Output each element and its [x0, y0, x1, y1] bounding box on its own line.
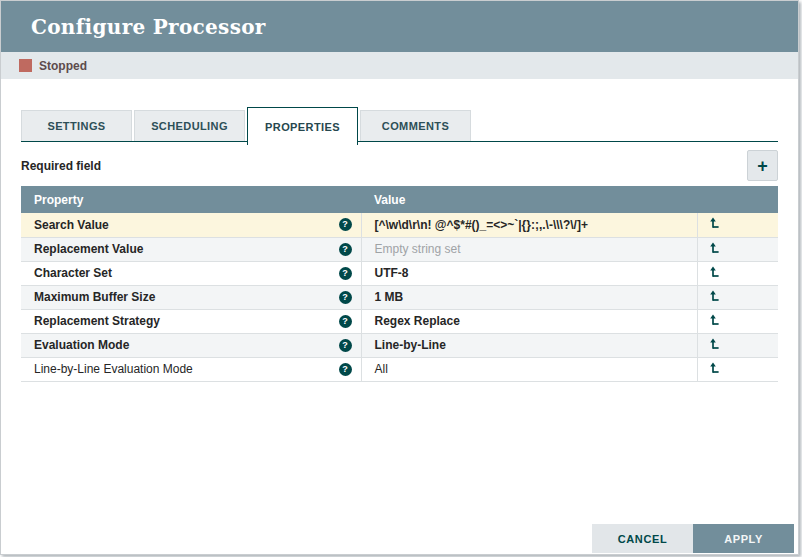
goto-cell — [697, 237, 778, 261]
tab-properties[interactable]: PROPERTIES — [247, 107, 358, 145]
property-value-cell[interactable]: Empty string set — [361, 237, 697, 261]
column-header-property: Property — [21, 186, 361, 213]
properties-table-body: Search Value?[^\w\d\r\n! @^$*#()_=<>~`|{… — [21, 213, 778, 381]
dialog-content: SETTINGS SCHEDULING PROPERTIES COMMENTS … — [1, 103, 798, 382]
tab-comments[interactable]: COMMENTS — [360, 110, 471, 141]
property-value-cell[interactable]: 1 MB — [361, 285, 697, 309]
table-row[interactable]: Evaluation Mode?Line-by-Line — [21, 333, 778, 357]
goto-cell — [697, 261, 778, 285]
add-property-button[interactable]: + — [747, 150, 778, 181]
property-name-cell: Replacement Value? — [21, 237, 361, 261]
property-value-text: Line-by-Line — [375, 338, 446, 352]
property-value-cell[interactable]: Line-by-Line — [361, 333, 697, 357]
property-name-cell: Maximum Buffer Size? — [21, 285, 361, 309]
property-name-cell: Character Set? — [21, 261, 361, 285]
property-name-label: Maximum Buffer Size — [34, 290, 155, 304]
column-header-value: Value — [361, 186, 697, 213]
property-name-label: Replacement Strategy — [34, 314, 160, 328]
property-value-text: [^\w\d\r\n! @^$*#()_=<>~`|{}:;,.\-\\\?\/… — [375, 218, 588, 232]
property-value-cell[interactable]: Regex Replace — [361, 309, 697, 333]
property-name-label: Line-by-Line Evaluation Mode — [34, 362, 193, 376]
goto-arrow-icon[interactable] — [710, 217, 721, 229]
help-icon[interactable]: ? — [339, 339, 352, 352]
properties-table: Property Value Search Value?[^\w\d\r\n! … — [21, 186, 778, 382]
table-row[interactable]: Maximum Buffer Size?1 MB — [21, 285, 778, 309]
property-name-cell: Replacement Strategy? — [21, 309, 361, 333]
dialog-header: Configure Processor — [1, 1, 798, 52]
stopped-status-icon — [19, 59, 32, 72]
property-name-label: Replacement Value — [34, 242, 143, 256]
tab-bar: SETTINGS SCHEDULING PROPERTIES COMMENTS — [21, 103, 778, 142]
table-row[interactable]: Replacement Value?Empty string set — [21, 237, 778, 261]
property-name-cell: Line-by-Line Evaluation Mode? — [21, 357, 361, 381]
properties-toolbar: Required field + — [21, 149, 778, 182]
property-name-label: Evaluation Mode — [34, 338, 129, 352]
tab-properties-label: PROPERTIES — [265, 121, 340, 133]
help-icon[interactable]: ? — [339, 243, 352, 256]
goto-arrow-icon[interactable] — [710, 266, 721, 278]
help-icon[interactable]: ? — [339, 267, 352, 280]
property-name-label: Search Value — [34, 218, 109, 232]
property-value-cell[interactable]: [^\w\d\r\n! @^$*#()_=<>~`|{}:;,.\-\\\?\/… — [361, 213, 697, 237]
column-header-actions — [697, 186, 778, 213]
table-header-row: Property Value — [21, 186, 778, 213]
property-value-text: 1 MB — [375, 290, 404, 304]
goto-arrow-icon[interactable] — [710, 314, 721, 326]
property-value-text: Regex Replace — [375, 314, 460, 328]
property-value-text: All — [375, 362, 388, 376]
property-value-cell[interactable]: UTF-8 — [361, 261, 697, 285]
tab-comments-label: COMMENTS — [382, 120, 449, 132]
property-name-cell: Search Value? — [21, 213, 361, 237]
required-field-label: Required field — [21, 159, 101, 173]
goto-arrow-icon[interactable] — [710, 290, 721, 302]
goto-arrow-icon[interactable] — [710, 338, 721, 350]
table-row[interactable]: Search Value?[^\w\d\r\n! @^$*#()_=<>~`|{… — [21, 213, 778, 237]
tab-scheduling[interactable]: SCHEDULING — [134, 110, 245, 141]
property-name-label: Character Set — [34, 266, 112, 280]
goto-cell — [697, 213, 778, 237]
goto-cell — [697, 309, 778, 333]
help-icon[interactable]: ? — [339, 315, 352, 328]
help-icon[interactable]: ? — [339, 363, 352, 376]
goto-cell — [697, 333, 778, 357]
table-row[interactable]: Replacement Strategy?Regex Replace — [21, 309, 778, 333]
goto-cell — [697, 357, 778, 381]
property-value-text: Empty string set — [375, 242, 461, 256]
goto-arrow-icon[interactable] — [710, 362, 721, 374]
help-icon[interactable]: ? — [339, 218, 352, 231]
tab-scheduling-label: SCHEDULING — [151, 120, 228, 132]
processor-status-bar: Stopped — [1, 52, 798, 79]
dialog-title: Configure Processor — [31, 15, 266, 39]
goto-arrow-icon[interactable] — [710, 242, 721, 254]
status-label: Stopped — [39, 59, 87, 73]
table-row[interactable]: Character Set?UTF-8 — [21, 261, 778, 285]
goto-cell — [697, 285, 778, 309]
tab-settings-label: SETTINGS — [47, 120, 105, 132]
property-name-cell: Evaluation Mode? — [21, 333, 361, 357]
help-icon[interactable]: ? — [339, 291, 352, 304]
dialog-footer: CANCEL APPLY — [592, 524, 794, 553]
configure-processor-dialog: Configure Processor Stopped SETTINGS SCH… — [0, 0, 799, 555]
apply-button[interactable]: APPLY — [693, 524, 794, 553]
table-row[interactable]: Line-by-Line Evaluation Mode?All — [21, 357, 778, 381]
property-value-cell[interactable]: All — [361, 357, 697, 381]
tab-settings[interactable]: SETTINGS — [21, 110, 132, 141]
property-value-text: UTF-8 — [375, 266, 409, 280]
cancel-button[interactable]: CANCEL — [592, 524, 693, 553]
